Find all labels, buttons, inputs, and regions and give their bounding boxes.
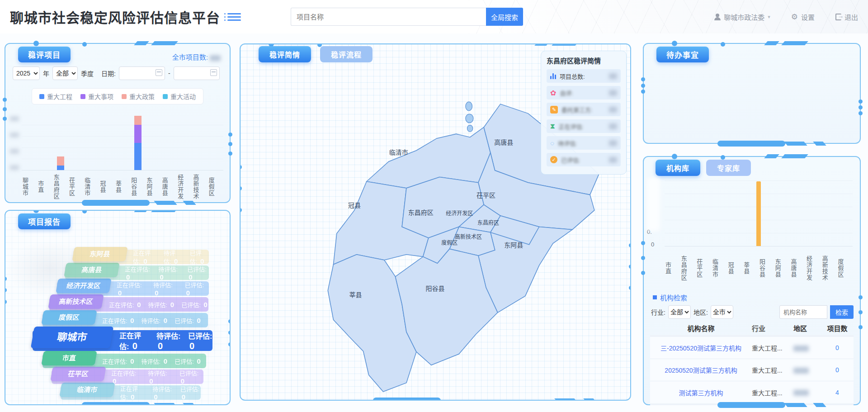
org-name-link[interactable]: 20250520测试第三方机构 [650,365,752,374]
org-table: 三-20250520测试第三方机构重大工程...020250520测试第三方机构… [650,335,854,405]
map-label-临清市: 临清市 [389,147,408,156]
panel-decoration [183,201,196,205]
report-panel-badge: 项目报告 [18,213,71,229]
user-name: 聊城市政法委 [724,12,764,22]
global-search-button[interactable]: 全局搜索 [486,8,523,26]
chart-column [22,115,37,170]
district-brief-row: 项目总数: [547,69,621,83]
panel-decoration [554,398,578,401]
map-panel: 稳评简情 稳评流程 临清市高唐县冠县东昌府区经济开发区茌平区东昌府区高新技术区度… [240,43,631,401]
chart-legend: 重大工程重大事项重大政策重大活动 [32,88,203,104]
org-name-input[interactable] [779,305,827,319]
legend-item[interactable]: 重大工程 [39,92,72,101]
org-name-link[interactable]: 三-20250520测试第三方机构 [650,343,752,352]
x-axis-label: 东昌府区 [53,172,68,201]
obscured-y-label [10,165,19,170]
stat-item: 正在评估: 0 [120,384,145,401]
legend-label: 重大工程 [47,92,72,101]
obscured-y-axis [646,178,660,231]
tab-flow[interactable]: 稳评流程 [320,46,373,62]
report-row-region: 市直 [41,351,97,365]
legend-label: 重大事项 [88,92,113,101]
todo-panel-badge: 待办事宜 [656,47,709,62]
report-row-region: 东阿县 [72,247,128,261]
bar-stack[interactable] [756,224,761,246]
brief-label: 自评: [560,89,573,97]
org-search-button[interactable]: 检索 [830,305,854,319]
stat-item: 已评估: 0 [175,316,201,325]
legend-swatch [163,94,168,99]
stat-item: 正在评估: 0 [109,300,141,309]
panel-decoration [641,77,645,81]
year-select[interactable]: 2025 [13,66,40,80]
stat-item: 待评估: 0 [153,280,177,297]
region-select[interactable]: 全市 [711,305,733,319]
report-row-临清市[interactable]: 正在评估: 0待评估: 0已评估: 0临清市 [61,385,201,400]
x-axis-label: 莘县 [115,172,130,201]
map-district-linqing[interactable] [367,127,491,188]
panel-decoration [717,402,785,408]
panel-decoration [859,295,863,299]
org-panel: 机构库 专家库 0. 0 市直东昌府区茌平区临清市冠县莘县阳谷县东阿县高唐县经济… [643,156,861,405]
report-row-东阿县[interactable]: 正在评估: 0待评估: 0已评估: 0东阿县 [73,250,209,264]
org-search-section-title: 机构检索 [653,293,687,302]
chart-column [192,115,208,170]
panel-decoration [672,41,677,46]
search-input[interactable] [291,8,486,26]
map-label-经济开发区: 经济开发区 [446,208,473,216]
x-axis-label: 聊城市 [22,172,37,201]
report-row-高新技术区[interactable]: 正在评估: 0待评估: 0已评估: 0高新技术区 [49,297,208,312]
district-brief-title: 东昌府区稳评简情 [547,56,621,65]
legend-item[interactable]: 重大事项 [80,92,113,101]
org-industry: 重大工程... [752,365,793,374]
tab-expert-library[interactable]: 专家库 [706,160,751,176]
stat-item: 待评估: 0 [142,316,168,325]
report-row-度假区[interactable]: 正在评估: 0待评估: 0已评估: 0度假区 [42,313,208,327]
org-project-count: 4 [821,389,853,396]
panel-decoration [672,154,677,159]
x-axis-label: 高新技术 [821,249,837,287]
stat-item: 已评估: 0 [179,369,203,385]
brief-label: 项目总数: [560,72,585,81]
tab-brief[interactable]: 稳评简情 [259,46,311,62]
panel-decoration [228,331,231,335]
bar-stack[interactable] [57,156,64,170]
industry-select[interactable]: 全部 [668,305,691,319]
x-axis-label: 冠县 [99,172,115,201]
map-island [466,102,472,111]
report-row-市直[interactable]: 正在评估: 0待评估: 0已评估: 0市直 [42,354,206,368]
report-row-茌平区[interactable]: 正在评估: 0待评估: 0已评估: 0茌平区 [52,369,203,384]
panel-decoration [183,403,196,405]
global-search: 全局搜索 [291,8,523,26]
quarter-select[interactable]: 全部 [52,66,78,80]
hidden-value [609,90,617,96]
logout-button[interactable]: 退出 [835,12,858,22]
report-row-经济开发区[interactable]: 正在评估: 0待评估: 0已评估: 0经济开发区 [57,281,209,296]
bar-segment-重大工程 [57,166,64,170]
edit-icon: ✎ [550,106,558,114]
brief-label: 待评估: [558,139,577,147]
report-row-高唐县[interactable]: 正在评估: 0待评估: 0已评估: 0高唐县 [65,265,209,280]
org-name-link[interactable]: 测试第三方机构 [650,388,752,397]
user-menu[interactable]: 聊城市政法委 ▾ [714,12,770,22]
settings-button[interactable]: ⚙ 设置 [791,12,815,22]
panel-decoration [82,210,87,213]
district-brief-row: ✓已评估: [547,153,621,166]
map-label-高新技术区: 高新技术区 [455,232,482,240]
legend-item[interactable]: 重大政策 [122,92,155,101]
panel-decoration [717,141,785,147]
legend-item[interactable]: 重大活动 [163,92,196,101]
bar-stack[interactable] [134,116,142,170]
stat-item: 待评估: 0 [148,300,175,309]
menu-icon[interactable] [227,11,241,23]
chart-column [53,115,68,170]
panel-decoration [641,256,645,260]
report-row-聊城市[interactable]: 正在评估: 0待评估: 0已评估: 0聊城市 [33,330,212,351]
report-row-region: 经济开发区 [56,279,112,293]
panel-decoration [151,41,178,45]
x-axis-label: 东阿县 [146,172,161,201]
stat-item: 已评估: 0 [185,280,209,297]
stat-item: 待评估: 0 [142,357,168,365]
tab-org-library[interactable]: 机构库 [656,160,700,176]
industry-label: 行业: [651,308,665,317]
